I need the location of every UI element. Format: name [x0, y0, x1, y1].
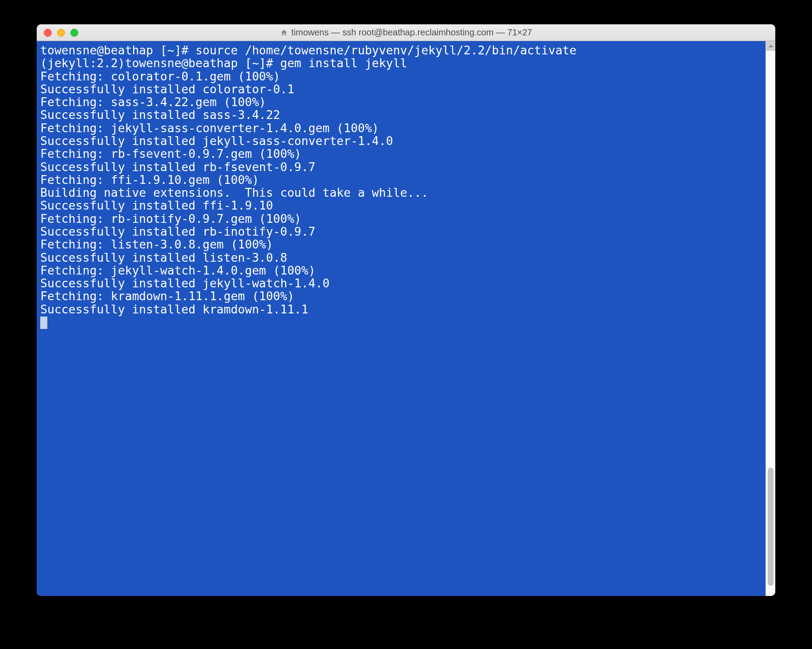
terminal-line: Successfully installed kramdown-1.11.1 [40, 302, 308, 316]
home-icon [280, 29, 288, 37]
cursor [40, 317, 47, 329]
terminal-line: towensne@beathap [~]# source /home/towen… [40, 43, 577, 57]
terminal-line: Successfully installed colorator-0.1 [40, 82, 294, 96]
terminal-line: Successfully installed rb-inotify-0.9.7 [40, 225, 315, 238]
terminal-line: Successfully installed rb-fsevent-0.9.7 [40, 160, 315, 174]
terminal-line: Successfully installed jekyll-sass-conve… [40, 134, 393, 148]
terminal-line: Fetching: jekyll-watch-1.4.0.gem (100%) [40, 263, 315, 277]
window-title: timowens — ssh root@beathap.reclaimhosti… [37, 24, 775, 41]
terminal-line: Successfully installed sass-3.4.22 [40, 108, 280, 122]
terminal-line: Building native extensions. This could t… [40, 186, 429, 199]
terminal-line: Fetching: listen-3.0.8.gem (100%) [40, 237, 273, 251]
terminal-line: Successfully installed jekyll-watch-1.4.… [40, 276, 329, 290]
terminal-line: Fetching: ffi-1.9.10.gem (100%) [40, 173, 259, 187]
terminal-line: Fetching: rb-inotify-0.9.7.gem (100%) [40, 212, 301, 225]
terminal-line: Successfully installed listen-3.0.8 [40, 251, 287, 264]
scrollbar[interactable] [766, 41, 775, 596]
terminal-line: Fetching: sass-3.4.22.gem (100%) [40, 95, 266, 109]
terminal-line: (jekyll:2.2)towensne@beathap [~]# gem in… [40, 56, 407, 70]
terminal-line: Successfully installed ffi-1.9.10 [40, 199, 273, 212]
titlebar[interactable]: timowens — ssh root@beathap.reclaimhosti… [37, 24, 775, 41]
terminal-content[interactable]: towensne@beathap [~]# source /home/towen… [37, 41, 766, 596]
traffic-lights [37, 29, 78, 37]
terminal-line: Fetching: kramdown-1.11.1.gem (100%) [40, 289, 294, 303]
maximize-button[interactable] [70, 29, 78, 37]
terminal-window: timowens — ssh root@beathap.reclaimhosti… [37, 24, 775, 596]
terminal-line: Fetching: colorator-0.1.gem (100%) [40, 69, 280, 83]
scrollbar-up-button[interactable] [766, 41, 775, 51]
terminal-line: Fetching: jekyll-sass-converter-1.4.0.ge… [40, 121, 379, 135]
minimize-button[interactable] [57, 29, 65, 37]
scrollbar-thumb[interactable] [768, 468, 774, 586]
window-title-text: timowens — ssh root@beathap.reclaimhosti… [291, 27, 532, 38]
terminal-body: towensne@beathap [~]# source /home/towen… [37, 41, 775, 596]
terminal-line: Fetching: rb-fsevent-0.9.7.gem (100%) [40, 147, 301, 160]
close-button[interactable] [44, 29, 52, 37]
